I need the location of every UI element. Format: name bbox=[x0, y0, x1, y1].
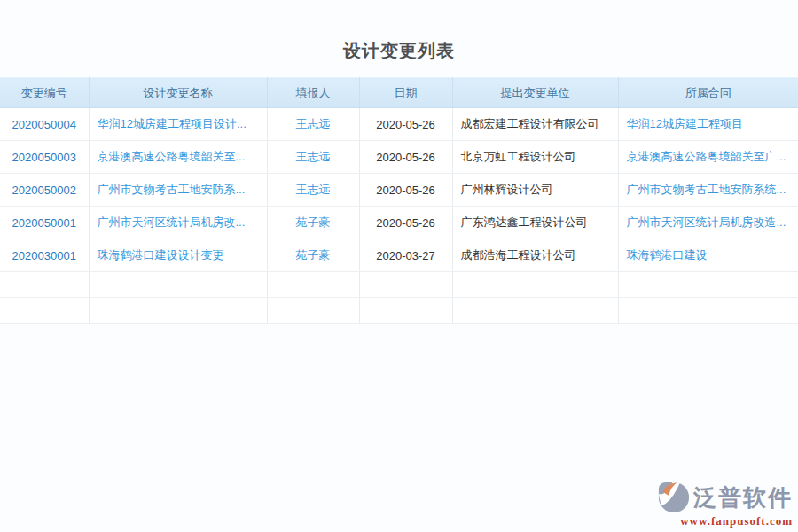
contract-link[interactable]: 华润12城房建工程项目 bbox=[627, 117, 743, 130]
fanpu-website-url: www.fanpusoft.com bbox=[657, 515, 793, 527]
change-number-link[interactable]: 2020050003 bbox=[12, 151, 76, 164]
date-cell: 2020-05-26 bbox=[359, 141, 452, 174]
change-name-link[interactable]: 广州市文物考古工地安防系... bbox=[98, 183, 246, 196]
column-header-filler: 填报人 bbox=[267, 78, 359, 108]
date-cell: 2020-05-26 bbox=[359, 174, 452, 207]
contract-link[interactable]: 广州市文物考古工地安防系统... bbox=[627, 183, 786, 196]
filler-link[interactable]: 王志远 bbox=[296, 150, 331, 163]
unit-cell: 成都宏建工程设计有限公司 bbox=[452, 108, 618, 141]
design-change-table: 变更编号 设计变更名称 填报人 日期 提出变更单位 所属合同 202005000… bbox=[0, 77, 798, 324]
change-number-link[interactable]: 2020050002 bbox=[12, 184, 76, 197]
contract-link[interactable]: 广州市天河区统计局机房改造... bbox=[627, 215, 786, 229]
date-cell: 2020-05-26 bbox=[359, 108, 452, 141]
table-header-row: 变更编号 设计变更名称 填报人 日期 提出变更单位 所属合同 bbox=[0, 78, 798, 108]
filler-link[interactable]: 苑子豪 bbox=[296, 215, 331, 229]
change-number-link[interactable]: 2020050001 bbox=[12, 216, 76, 230]
table-body: 2020050004 华润12城房建工程项目设计... 王志远 2020-05-… bbox=[0, 108, 798, 324]
change-number-link[interactable]: 2020050004 bbox=[12, 118, 76, 131]
column-header-change-no: 变更编号 bbox=[0, 78, 89, 108]
column-header-date: 日期 bbox=[359, 78, 452, 108]
unit-cell: 广州林辉设计公司 bbox=[452, 174, 618, 207]
filler-link[interactable]: 王志远 bbox=[296, 117, 331, 130]
empty-table-row bbox=[0, 272, 798, 298]
table-row: 2020050001 广州市天河区统计局机房改... 苑子豪 2020-05-2… bbox=[0, 207, 798, 239]
change-name-link[interactable]: 广州市天河区统计局机房改... bbox=[98, 215, 246, 229]
contract-link[interactable]: 珠海鹤港口建设 bbox=[627, 248, 708, 262]
empty-table-row bbox=[0, 298, 798, 324]
date-cell: 2020-05-26 bbox=[359, 207, 452, 239]
change-name-link[interactable]: 京港澳高速公路粤境韶关至... bbox=[98, 150, 246, 163]
column-header-name: 设计变更名称 bbox=[89, 78, 267, 108]
unit-cell: 广东鸿达鑫工程设计公司 bbox=[452, 207, 618, 239]
column-header-unit: 提出变更单位 bbox=[452, 78, 618, 108]
table-row: 2020030001 珠海鹤港口建设设计变更 苑子豪 2020-03-27 成都… bbox=[0, 239, 798, 272]
contract-link[interactable]: 京港澳高速公路粤境韶关至广... bbox=[627, 150, 786, 163]
table-row: 2020050003 京港澳高速公路粤境韶关至... 王志远 2020-05-2… bbox=[0, 141, 798, 174]
fanpu-logo-text: 泛普软件 bbox=[693, 486, 793, 509]
page-title: 设计变更列表 bbox=[0, 0, 798, 77]
change-name-link[interactable]: 珠海鹤港口建设设计变更 bbox=[98, 248, 224, 262]
table-row: 2020050004 华润12城房建工程项目设计... 王志远 2020-05-… bbox=[0, 108, 798, 141]
fanpu-logo-icon bbox=[657, 481, 691, 514]
filler-link[interactable]: 苑子豪 bbox=[296, 248, 331, 262]
column-header-contract: 所属合同 bbox=[618, 78, 798, 108]
date-cell: 2020-03-27 bbox=[359, 239, 452, 272]
change-name-link[interactable]: 华润12城房建工程项目设计... bbox=[98, 117, 246, 130]
fanpu-logo-link[interactable]: 泛普软件 www.fanpusoft.com bbox=[657, 481, 793, 527]
table-row: 2020050002 广州市文物考古工地安防系... 王志远 2020-05-2… bbox=[0, 174, 798, 207]
unit-cell: 北京万虹工程设计公司 bbox=[452, 141, 618, 174]
unit-cell: 成都浩海工程设计公司 bbox=[452, 239, 618, 272]
filler-link[interactable]: 王志远 bbox=[296, 183, 331, 196]
change-number-link[interactable]: 2020030001 bbox=[12, 249, 76, 262]
